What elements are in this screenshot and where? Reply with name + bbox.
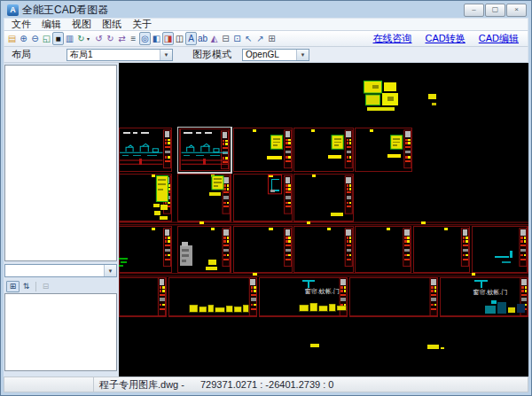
color-mode-icon[interactable]: ◨	[162, 32, 174, 45]
sheet-label: 窗帘.蚊帐.门	[473, 289, 507, 296]
layers-icon[interactable]: ≡	[128, 32, 139, 45]
copy-icon[interactable]: ⊞	[266, 32, 278, 45]
equipment-block	[180, 242, 192, 265]
menu-bar: 文件编辑视图图纸关于	[4, 18, 528, 31]
lineweight-toggle-icon[interactable]: ◎	[139, 32, 151, 45]
close-button[interactable]: ×	[506, 4, 527, 17]
invert-colors-icon[interactable]: ◫	[174, 32, 185, 45]
cad-edit-link[interactable]: CAD编辑	[479, 32, 519, 45]
graphics-mode-label: 图形模式	[192, 48, 231, 61]
object-select[interactable]: ▼	[4, 264, 117, 277]
window-controls: –▢×	[464, 4, 527, 17]
title-bar: A 全能王CAD看图器 –▢×	[4, 1, 528, 18]
cad-canvas-container: 窗帘.蚊帐.门 窗帘.蚊帐.门	[119, 63, 528, 377]
minimize-button[interactable]: –	[464, 4, 484, 17]
main-toolbar: ▤⊕⊖◱■▥↻▾↺↻⇄≡◎◧◨◫Aab◭⊟⊡↖↗⊞ 在线咨询CAD转换CAD编辑	[4, 31, 528, 47]
maximize-button[interactable]: ▢	[485, 4, 505, 17]
menu-drawing[interactable]: 图纸	[97, 18, 127, 31]
chevron-down-icon[interactable]: ▼	[104, 265, 116, 276]
alphabetical-sort-icon[interactable]: ⇅	[20, 281, 33, 292]
menu-file[interactable]: 文件	[6, 18, 36, 31]
full-view-icon[interactable]: ▥	[64, 32, 75, 45]
options-bar: 布局 布局1 ▼ 图形模式 OpenGL ▼	[4, 47, 528, 63]
toolbar-icons: ▤⊕⊖◱■▥↻▾↺↻⇄≡◎◧◨◫Aab◭⊟⊡↖↗⊞	[6, 32, 278, 45]
graphics-mode-select[interactable]: OpenGL ▼	[242, 49, 309, 61]
menu-view[interactable]: 视图	[66, 18, 97, 31]
side-panel: ▼ ⊞⇅⊟	[4, 63, 119, 377]
layers-list-panel[interactable]	[4, 65, 117, 261]
status-bar: 程子专用图库.dwg - 729371.0271 : -26401.2739 :…	[4, 377, 528, 392]
categorized-view-icon[interactable]: ⊞	[6, 281, 20, 292]
canvas-background	[119, 63, 528, 377]
online-consult-link[interactable]: 在线咨询	[373, 32, 412, 45]
main-area: ▼ ⊞⇅⊟	[4, 63, 528, 377]
menu-about[interactable]: 关于	[127, 18, 157, 31]
window-title: 全能王CAD看图器	[22, 3, 108, 18]
property-pages-icon: ⊟	[39, 281, 52, 292]
measure-area-icon[interactable]: ⊡	[231, 32, 243, 45]
menu-edit[interactable]: 编辑	[36, 18, 66, 31]
select-icon[interactable]: ↖	[243, 32, 254, 45]
toolbar-links: 在线咨询CAD转换CAD编辑	[373, 32, 526, 45]
statusbar-coordinates: 729371.0271 : -26401.2739 : 0	[193, 379, 333, 390]
app-window: A 全能王CAD看图器 –▢× 文件编辑视图图纸关于 ▤⊕⊖◱■▥↻▾↺↻⇄≡◎…	[0, 0, 532, 396]
measure-distance-icon[interactable]: ↗	[254, 32, 266, 45]
layout-select[interactable]: 布局1 ▼	[66, 49, 173, 61]
background-toggle-icon[interactable]: ■	[52, 32, 64, 45]
toolbar-separator	[35, 282, 36, 291]
layout-select-value: 布局1	[70, 49, 93, 61]
chevron-down-icon[interactable]: ▼	[160, 50, 172, 60]
refresh-icon[interactable]: ⇄	[116, 32, 128, 45]
statusbar-filename: 程子专用图库.dwg -	[94, 378, 193, 392]
fit-window-icon[interactable]: ◱	[41, 32, 52, 45]
app-icon: A	[7, 4, 19, 16]
layout-label: 布局	[12, 48, 31, 61]
property-toolbar: ⊞⇅⊟	[4, 279, 117, 293]
rotate-view-icon[interactable]: ↻	[75, 32, 87, 45]
cad-convert-link[interactable]: CAD转换	[426, 32, 466, 45]
zoom-out-icon[interactable]: ⊖	[29, 32, 41, 45]
annotation-icon[interactable]: ab	[197, 32, 208, 45]
chevron-down-icon[interactable]: ▼	[296, 50, 309, 60]
open-file-icon[interactable]: ▤	[6, 32, 18, 45]
statusbar-spacer	[4, 377, 94, 392]
rotate-right-icon[interactable]: ↻	[105, 32, 116, 45]
sheet-label: 窗帘.蚊帐.门	[305, 288, 340, 295]
print-icon[interactable]: ⊟	[220, 32, 231, 45]
cad-canvas[interactable]: 窗帘.蚊帐.门 窗帘.蚊帐.门	[119, 63, 528, 377]
dropdown-arrow-icon[interactable]: ▾	[87, 35, 93, 42]
split-view-icon[interactable]: ◧	[151, 32, 162, 45]
property-grid-panel[interactable]	[4, 293, 117, 371]
text-toggle-icon[interactable]: A	[185, 32, 197, 45]
graphics-mode-value: OpenGL	[246, 50, 279, 59]
zoom-in-icon[interactable]: ⊕	[18, 32, 29, 45]
rotate-left-icon[interactable]: ↺	[93, 32, 105, 45]
blocks-icon[interactable]: ◭	[208, 32, 220, 45]
